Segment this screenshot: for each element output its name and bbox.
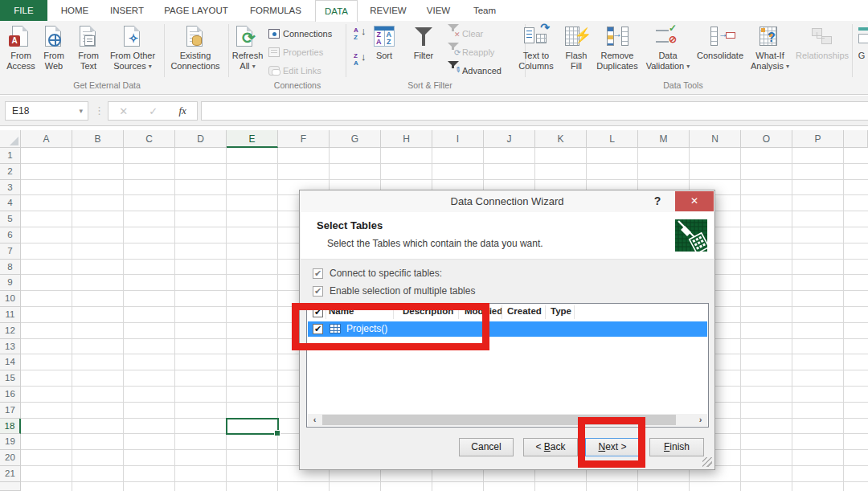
row-header-17[interactable]: 17 xyxy=(0,403,21,419)
row-header-15[interactable]: 15 xyxy=(0,370,21,387)
scroll-left-icon[interactable]: ‹ xyxy=(308,414,321,426)
horizontal-scrollbar[interactable]: ‹ › xyxy=(308,414,707,426)
row-header-21[interactable]: 21 xyxy=(0,466,21,482)
tab-view[interactable]: VIEW xyxy=(417,0,460,21)
from-text-button[interactable]: From Text xyxy=(71,23,106,80)
edit-links-icon xyxy=(268,66,280,76)
tab-insert[interactable]: INSERT xyxy=(102,0,152,21)
column-header-k[interactable]: K xyxy=(535,130,587,148)
column-header-g[interactable]: G xyxy=(330,130,381,148)
clear-filter-button[interactable]: ✕ Clear xyxy=(448,26,483,42)
column-header-m[interactable]: M xyxy=(638,130,690,148)
column-header-partial[interactable] xyxy=(844,130,868,148)
annotation-rectangle-next-button xyxy=(578,417,645,468)
insert-function-icon[interactable]: fx xyxy=(178,104,186,117)
filter-button[interactable]: Filter xyxy=(407,23,440,80)
tab-review[interactable]: REVIEW xyxy=(362,0,415,21)
properties-button[interactable]: Properties xyxy=(268,44,323,60)
text-to-columns-button[interactable]: ↷ Text to Columns xyxy=(513,23,559,80)
from-other-sources-button[interactable]: ✧ From Other Sources ▾ xyxy=(105,23,160,80)
back-button[interactable]: < Back xyxy=(523,438,578,456)
tab-page-layout[interactable]: PAGE LAYOUT xyxy=(156,0,236,21)
row-header-5[interactable]: 5 xyxy=(0,211,21,227)
row-header-3[interactable]: 3 xyxy=(0,180,21,196)
row-header-1[interactable]: 1 xyxy=(0,148,21,164)
table-header-type[interactable]: Type xyxy=(551,306,571,316)
row-header-partial[interactable] xyxy=(0,482,21,491)
row-header-9[interactable]: 9 xyxy=(0,275,21,291)
select-all-corner[interactable] xyxy=(0,130,21,148)
row-header-4[interactable]: 4 xyxy=(0,195,21,211)
group-button-partial[interactable]: G xyxy=(855,23,868,80)
column-header-o[interactable]: O xyxy=(741,130,792,148)
advanced-filter-button[interactable]: ✎ Advanced xyxy=(448,63,502,79)
column-header-c[interactable]: C xyxy=(124,130,175,148)
column-header-n[interactable]: N xyxy=(690,130,741,148)
column-header-p[interactable]: P xyxy=(792,130,844,148)
what-if-analysis-button[interactable]: ? What-If Analysis ▾ xyxy=(746,23,794,80)
existing-connections-button[interactable]: Existing Connections xyxy=(166,23,225,80)
checkbox-enable-multiple-tables[interactable]: ✔ xyxy=(313,286,323,297)
checkbox-connect-specific-tables[interactable]: ✔ xyxy=(313,268,323,279)
selected-cell-e18[interactable] xyxy=(226,418,279,436)
relationships-button[interactable]: Relationships xyxy=(794,23,850,80)
tab-file[interactable]: FILE xyxy=(0,0,47,21)
enter-entry-icon[interactable]: ✓ xyxy=(149,105,158,117)
column-header-d[interactable]: D xyxy=(175,130,227,148)
scroll-right-icon[interactable]: › xyxy=(694,414,707,426)
cancel-button[interactable]: Cancel xyxy=(459,438,514,456)
cancel-entry-icon[interactable]: ✕ xyxy=(119,105,128,117)
formula-bar-handle-icon[interactable]: ⋮ xyxy=(94,102,104,120)
remove-duplicates-button[interactable]: → Remove Duplicates xyxy=(592,23,643,80)
row-header-7[interactable]: 7 xyxy=(0,243,21,260)
refresh-all-button[interactable]: ⟳ Refresh All ▾ xyxy=(230,23,265,80)
connections-button[interactable]: Connections xyxy=(268,26,332,42)
column-header-l[interactable]: L xyxy=(587,130,638,148)
name-box[interactable]: E18 ▾ xyxy=(5,101,88,121)
resize-grip[interactable] xyxy=(702,457,712,467)
help-icon[interactable]: ? xyxy=(647,190,668,211)
name-box-caret-icon[interactable]: ▾ xyxy=(79,102,83,120)
tab-formulas[interactable]: FORMULAS xyxy=(240,0,311,21)
column-header-e[interactable]: E xyxy=(227,130,278,148)
dialog-title-bar[interactable]: Data Connection Wizard ? ✕ xyxy=(300,190,714,212)
from-web-button[interactable]: From Web xyxy=(39,23,69,80)
sort-a-to-z-button[interactable]: A Z ↓ xyxy=(352,26,370,43)
row-header-16[interactable]: 16 xyxy=(0,387,21,403)
down-arrow-icon: ↓ xyxy=(361,54,366,60)
consolidate-button[interactable]: → Consolidate xyxy=(693,23,747,80)
row-header-18[interactable]: 18 xyxy=(0,419,21,435)
text-to-columns-icon: ↷ xyxy=(522,24,550,50)
close-icon[interactable]: ✕ xyxy=(675,191,714,211)
row-header-19[interactable]: 19 xyxy=(0,434,21,450)
column-header-i[interactable]: I xyxy=(432,130,484,148)
formula-input[interactable] xyxy=(201,101,868,121)
column-header-a[interactable]: A xyxy=(21,130,72,148)
formula-bar: E18 ▾ ⋮ ✕ ✓ fx xyxy=(0,96,868,126)
sort-z-to-a-button[interactable]: Z A ↓ xyxy=(352,51,370,69)
row-header-13[interactable]: 13 xyxy=(0,339,21,355)
tab-data[interactable]: DATA xyxy=(315,0,358,22)
row-header-11[interactable]: 11 xyxy=(0,307,21,323)
row-header-8[interactable]: 8 xyxy=(0,260,21,276)
flash-fill-button[interactable]: ⚡ Flash Fill xyxy=(561,23,592,80)
table-header-created[interactable]: Created xyxy=(507,306,542,316)
finish-button[interactable]: Finish xyxy=(649,438,704,456)
row-header-20[interactable]: 20 xyxy=(0,450,21,466)
row-header-10[interactable]: 10 xyxy=(0,291,21,307)
column-header-f[interactable]: F xyxy=(278,130,330,148)
reapply-filter-button[interactable]: ⟳ Reapply xyxy=(448,44,494,60)
column-header-h[interactable]: H xyxy=(381,130,432,148)
sort-button[interactable]: ZAAZ Sort xyxy=(370,23,399,80)
tab-home[interactable]: HOME xyxy=(51,0,98,21)
row-header-12[interactable]: 12 xyxy=(0,323,21,339)
row-header-2[interactable]: 2 xyxy=(0,164,21,180)
row-header-6[interactable]: 6 xyxy=(0,227,21,243)
column-header-b[interactable]: B xyxy=(72,130,124,148)
column-header-j[interactable]: J xyxy=(484,130,535,148)
from-access-button[interactable]: A From Access xyxy=(4,23,38,80)
edit-links-button[interactable]: Edit Links xyxy=(268,63,321,79)
data-validation-button[interactable]: ✓ ⊘ Data Validation ▾ xyxy=(643,23,693,80)
row-header-14[interactable]: 14 xyxy=(0,354,21,370)
tab-team[interactable]: Team xyxy=(462,0,507,21)
